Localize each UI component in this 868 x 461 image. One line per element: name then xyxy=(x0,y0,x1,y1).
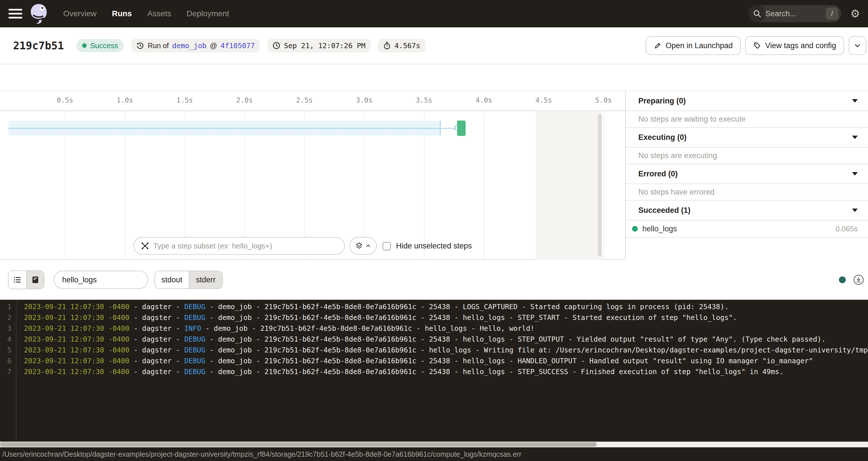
horizontal-scrollbar-thumb[interactable] xyxy=(0,442,597,447)
section-errored[interactable]: Errored (0) xyxy=(626,164,868,184)
gantt-chart: 0.5s1.0s1.5s2.0s2.5s3.0s3.5s4.0s4.5s5.0s… xyxy=(0,91,625,260)
search-icon xyxy=(753,9,762,18)
collapse-caret-icon[interactable] xyxy=(852,135,858,139)
gantt-vertical-scrollbar[interactable] xyxy=(598,114,602,256)
axis-tick: 2.5s xyxy=(296,96,313,104)
step-waiting-dotted-line xyxy=(8,128,457,129)
pencil-icon xyxy=(654,41,662,50)
horizontal-scrollbar xyxy=(0,442,868,447)
log-file-path: /Users/erincochran/Desktop/dagster-examp… xyxy=(2,450,522,458)
log-step-filter-input[interactable] xyxy=(62,276,140,284)
log-line: 62023-09-21 12:07:30 -0400 - dagster - D… xyxy=(0,356,868,366)
view-tags-config-button[interactable]: View tags and config xyxy=(745,36,844,55)
collapse-caret-icon[interactable] xyxy=(852,99,858,102)
raw-log-icon xyxy=(31,275,40,284)
gantt-step-bar-hello-logs[interactable] xyxy=(457,121,466,136)
hide-unselected-checkbox[interactable] xyxy=(382,242,391,250)
axis-tick: 2.0s xyxy=(236,96,253,104)
axis-tick: 4.0s xyxy=(475,96,492,104)
step-duration: 0.065s xyxy=(836,224,858,233)
run-duration: 4.567s xyxy=(394,41,420,50)
collapse-caret-icon[interactable] xyxy=(852,209,858,212)
commit-link[interactable]: 4f105077 xyxy=(221,41,255,50)
tab-stderr[interactable]: stderr xyxy=(189,271,222,288)
gear-icon[interactable]: ⚙ xyxy=(850,8,860,19)
axis-tick: 3.0s xyxy=(356,96,372,104)
line-number: 4 xyxy=(0,334,11,345)
search-box[interactable]: / xyxy=(748,5,841,22)
gantt-overflow-shade xyxy=(536,112,602,260)
log-line: 32023-09-21 12:07:30 -0400 - dagster - I… xyxy=(0,323,868,334)
log-line: 42023-09-21 12:07:30 -0400 - dagster - D… xyxy=(0,334,868,345)
dagster-run-page: Overview Runs Assets Deployment / ⚙ 219c… xyxy=(0,0,868,461)
line-number: 7 xyxy=(0,366,11,377)
axis-tick: 5.0s xyxy=(595,96,612,104)
run-timestamp: Sep 21, 12:07:26 PM xyxy=(284,41,365,50)
log-line: 52023-09-21 12:07:30 -0400 - dagster - D… xyxy=(0,345,868,356)
log-file-status-bar: /Users/erincochran/Desktop/dagster-examp… xyxy=(0,447,868,461)
search-shortcut-kbd: / xyxy=(826,7,838,20)
layers-icon xyxy=(355,242,363,250)
raw-log-view-button[interactable] xyxy=(26,271,44,288)
nav-item-runs[interactable]: Runs xyxy=(112,9,132,18)
axis-tick: 4.5s xyxy=(535,96,552,104)
step-status-panel: Preparing (0) No steps are waiting to ex… xyxy=(625,91,868,260)
line-number: 3 xyxy=(0,323,11,334)
open-in-launchpad-button[interactable]: Open in Launchpad xyxy=(646,36,741,55)
section-preparing[interactable]: Preparing (0) xyxy=(626,91,868,111)
section-succeeded[interactable]: Succeeded (1) xyxy=(626,201,868,220)
axis-tick: 1.0s xyxy=(117,96,133,104)
structured-log-view-button[interactable] xyxy=(8,271,26,288)
step-name: hello_logs xyxy=(642,224,677,233)
search-input[interactable] xyxy=(766,9,826,18)
chevron-down-icon xyxy=(854,42,861,49)
gantt-time-axis: 0.5s1.0s1.5s2.0s2.5s3.0s3.5s4.0s4.5s5.0s xyxy=(0,91,625,111)
hide-unselected-label: Hide unselected steps xyxy=(396,242,472,250)
step-subset-inputbox xyxy=(133,237,345,255)
log-line: 72023-09-21 12:07:30 -0400 - dagster - D… xyxy=(0,366,868,377)
duration-chip: 4.567s xyxy=(378,39,425,53)
menu-icon[interactable] xyxy=(8,9,22,19)
axis-tick: 3.5s xyxy=(416,96,432,104)
nav-links: Overview Runs Assets Deployment xyxy=(63,9,229,18)
graph-query-toggle-button[interactable] xyxy=(349,237,377,255)
nav-item-deployment[interactable]: Deployment xyxy=(187,9,229,18)
stream-tabs: stdout stderr xyxy=(154,271,223,289)
nav-item-assets[interactable]: Assets xyxy=(147,9,171,18)
succeeded-step-row[interactable]: hello_logs 0.065s xyxy=(626,220,868,238)
nav-item-overview[interactable]: Overview xyxy=(63,9,97,18)
log-toolbar: stdout stderr xyxy=(0,260,868,300)
step-subset-input[interactable] xyxy=(153,242,337,250)
top-nav: Overview Runs Assets Deployment / ⚙ xyxy=(0,0,868,27)
line-number: 1 xyxy=(0,302,11,312)
raw-log-viewer[interactable]: 12023-09-21 12:07:30 -0400 - dagster - D… xyxy=(0,300,868,442)
executing-empty-text: No steps are executing xyxy=(626,148,868,164)
timestamp-chip: Sep 21, 12:07:26 PM xyxy=(267,39,370,53)
section-executing[interactable]: Executing (0) xyxy=(626,128,868,148)
status-dot xyxy=(82,43,87,48)
run-of-chip: Run of demo_job @ 4f105077 xyxy=(131,39,260,53)
status-label: Success xyxy=(90,41,118,50)
line-number: 2 xyxy=(0,312,11,323)
status-badge: Success xyxy=(76,39,124,52)
tab-stdout[interactable]: stdout xyxy=(155,271,189,288)
capture-status-dot xyxy=(839,276,846,283)
line-number: 6 xyxy=(0,356,11,366)
list-view-icon xyxy=(13,275,22,284)
log-line: 12023-09-21 12:07:30 -0400 - dagster - D… xyxy=(0,302,868,312)
axis-tick: 1.5s xyxy=(176,96,193,104)
gantt-toolbar: Hide not started steps Re-execute all (*… xyxy=(0,64,868,91)
clock-icon xyxy=(272,41,280,50)
run-of-separator: @ xyxy=(210,41,217,50)
job-link[interactable]: demo_job xyxy=(172,41,206,50)
step-success-dot xyxy=(632,226,638,232)
stopwatch-icon xyxy=(383,41,391,50)
line-number: 5 xyxy=(0,345,11,356)
header-more-button[interactable] xyxy=(848,36,866,55)
download-icon[interactable] xyxy=(853,274,864,285)
gridline xyxy=(484,111,485,260)
dagster-logo-icon[interactable] xyxy=(29,3,49,25)
collapse-caret-icon[interactable] xyxy=(852,172,858,176)
log-step-filter xyxy=(54,271,148,289)
run-id-title: 219c7b51 xyxy=(13,40,64,52)
